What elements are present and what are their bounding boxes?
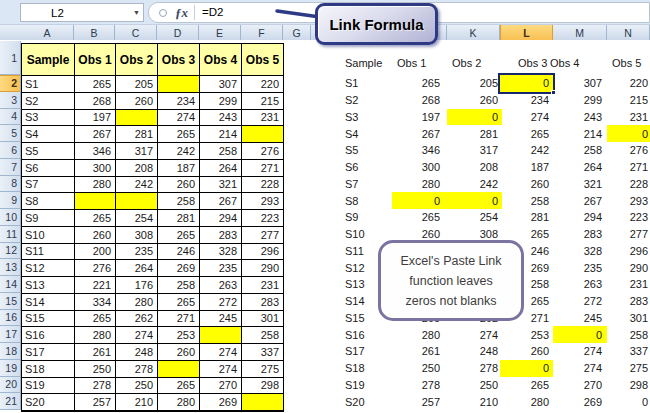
left-cell-S12-obs2[interactable]: 264: [116, 260, 157, 276]
right-cell-S7-obs3[interactable]: 260: [500, 176, 553, 193]
left-cell-S3-obs2[interactable]: [116, 110, 157, 126]
left-cell-S20-sample[interactable]: S20: [22, 394, 74, 410]
left-cell-S8-sample[interactable]: S8: [22, 193, 74, 209]
right-cell-S1-obs4[interactable]: 307: [553, 75, 607, 92]
right-cell-S20-obs5[interactable]: 0: [607, 393, 650, 410]
row-header-7[interactable]: 7: [0, 159, 21, 176]
left-cell-S15-obs3[interactable]: 271: [158, 311, 199, 327]
row-header-21[interactable]: 21: [0, 393, 21, 410]
right-cell-S19-obs2[interactable]: 250: [447, 377, 502, 394]
right-table-header-obs2[interactable]: Obs 2: [452, 57, 481, 69]
left-cell-S19-obs2[interactable]: 250: [116, 378, 157, 394]
row-header-3[interactable]: 3: [0, 92, 21, 109]
left-cell-S15-sample[interactable]: S15: [22, 311, 74, 327]
right-cell-S18-obs5[interactable]: 275: [607, 360, 650, 377]
left-cell-S11-obs4[interactable]: 328: [200, 244, 241, 260]
left-cell-S15-obs4[interactable]: 245: [200, 311, 241, 327]
left-cell-S8-obs4[interactable]: 267: [200, 193, 241, 209]
right-cell-S1-obs5[interactable]: 220: [607, 75, 650, 92]
right-cell-S15-obs5[interactable]: 301: [607, 310, 650, 327]
left-cell-S14-obs3[interactable]: 265: [158, 294, 199, 310]
left-cell-S2-sample[interactable]: S2: [22, 93, 74, 109]
left-cell-S9-sample[interactable]: S9: [22, 210, 74, 226]
left-cell-S13-obs5[interactable]: 231: [242, 277, 283, 293]
right-cell-S12-obs4[interactable]: 235: [553, 259, 607, 276]
right-cell-S10-obs5[interactable]: 277: [607, 226, 650, 243]
left-cell-S3-sample[interactable]: S3: [22, 110, 74, 126]
row-header-17[interactable]: 17: [0, 326, 21, 343]
left-cell-S6-obs2[interactable]: 208: [116, 160, 157, 176]
left-cell-S9-obs4[interactable]: 294: [200, 210, 241, 226]
left-cell-S7-obs3[interactable]: 260: [158, 177, 199, 193]
right-cell-S4-obs3[interactable]: 265: [500, 125, 553, 142]
right-cell-S20-obs3[interactable]: 280: [500, 393, 553, 410]
right-cell-S17-obs3[interactable]: 260: [500, 343, 553, 360]
right-cell-S3-obs3[interactable]: 274: [500, 109, 553, 126]
right-cell-S13-obs4[interactable]: 263: [553, 276, 607, 293]
left-cell-S15-obs1[interactable]: 265: [75, 311, 115, 327]
left-cell-S6-sample[interactable]: S6: [22, 160, 74, 176]
left-cell-S8-obs2[interactable]: [116, 193, 157, 209]
left-cell-S4-obs4[interactable]: 214: [200, 126, 241, 142]
right-cell-S7-obs1[interactable]: 280: [392, 176, 447, 193]
right-cell-S18-sample[interactable]: S18: [345, 360, 391, 377]
left-cell-S4-obs5[interactable]: [242, 126, 283, 142]
left-cell-S17-sample[interactable]: S17: [22, 344, 74, 360]
left-cell-S14-obs4[interactable]: 272: [200, 294, 241, 310]
left-cell-S18-obs4[interactable]: 274: [200, 361, 241, 377]
left-cell-S5-obs4[interactable]: 258: [200, 143, 241, 159]
left-cell-S1-obs5[interactable]: 220: [242, 76, 283, 92]
right-cell-S3-obs2[interactable]: 0: [447, 109, 502, 126]
right-cell-S15-obs4[interactable]: 245: [553, 310, 607, 327]
right-cell-S17-obs1[interactable]: 261: [392, 343, 447, 360]
right-cell-S9-obs1[interactable]: 265: [392, 209, 447, 226]
row-header-20[interactable]: 20: [0, 377, 21, 394]
right-cell-S6-obs2[interactable]: 208: [447, 159, 502, 176]
left-cell-S19-obs4[interactable]: 270: [200, 378, 241, 394]
left-cell-S11-obs1[interactable]: 200: [75, 244, 115, 260]
right-cell-S19-obs4[interactable]: 270: [553, 377, 607, 394]
right-cell-S20-obs1[interactable]: 257: [392, 393, 447, 410]
right-cell-S16-obs2[interactable]: 274: [447, 326, 502, 343]
right-cell-S7-obs4[interactable]: 321: [553, 176, 607, 193]
right-cell-S20-sample[interactable]: S20: [345, 393, 391, 410]
left-cell-S10-obs1[interactable]: 260: [75, 227, 115, 243]
left-cell-S13-obs3[interactable]: 258: [158, 277, 199, 293]
right-cell-S20-obs4[interactable]: 269: [553, 393, 607, 410]
right-cell-S3-obs5[interactable]: 231: [607, 109, 650, 126]
right-cell-S1-obs2[interactable]: 205: [447, 75, 502, 92]
left-cell-S14-obs1[interactable]: 334: [75, 294, 115, 310]
right-cell-S5-obs1[interactable]: 346: [392, 142, 447, 159]
right-cell-S5-obs2[interactable]: 317: [447, 142, 502, 159]
right-cell-S6-obs4[interactable]: 264: [553, 159, 607, 176]
row-header-15[interactable]: 15: [0, 293, 21, 310]
right-cell-S19-obs3[interactable]: 265: [500, 377, 553, 394]
left-cell-S1-sample[interactable]: S1: [22, 76, 74, 92]
left-cell-S9-obs3[interactable]: 281: [158, 210, 199, 226]
left-cell-S14-obs5[interactable]: 283: [242, 294, 283, 310]
row-header-11[interactable]: 11: [0, 226, 21, 243]
right-cell-S6-obs1[interactable]: 300: [392, 159, 447, 176]
left-cell-S20-obs5[interactable]: [242, 394, 283, 410]
right-cell-S16-obs4[interactable]: 0: [553, 326, 607, 343]
left-cell-S12-obs5[interactable]: 290: [242, 260, 283, 276]
left-cell-S18-obs5[interactable]: 275: [242, 361, 283, 377]
right-table-header-sample[interactable]: Sample: [345, 57, 382, 69]
right-cell-S4-obs4[interactable]: 214: [553, 125, 607, 142]
left-cell-S3-obs1[interactable]: 197: [75, 110, 115, 126]
row-header-12[interactable]: 12: [0, 243, 21, 260]
right-cell-S11-obs4[interactable]: 328: [553, 243, 607, 260]
right-cell-S16-sample[interactable]: S16: [345, 326, 391, 343]
row-header-2[interactable]: 2: [0, 75, 21, 92]
left-cell-S3-obs5[interactable]: 231: [242, 110, 283, 126]
row-header-5[interactable]: 5: [0, 125, 21, 142]
left-cell-S7-obs2[interactable]: 242: [116, 177, 157, 193]
row-header-16[interactable]: 16: [0, 310, 21, 327]
left-cell-S4-obs2[interactable]: 281: [116, 126, 157, 142]
left-cell-S14-sample[interactable]: S14: [22, 294, 74, 310]
left-cell-S4-obs1[interactable]: 267: [75, 126, 115, 142]
right-cell-S19-sample[interactable]: S19: [345, 377, 391, 394]
right-cell-S19-obs5[interactable]: 298: [607, 377, 650, 394]
left-cell-S7-obs4[interactable]: 321: [200, 177, 241, 193]
left-cell-S1-obs1[interactable]: 265: [75, 76, 115, 92]
